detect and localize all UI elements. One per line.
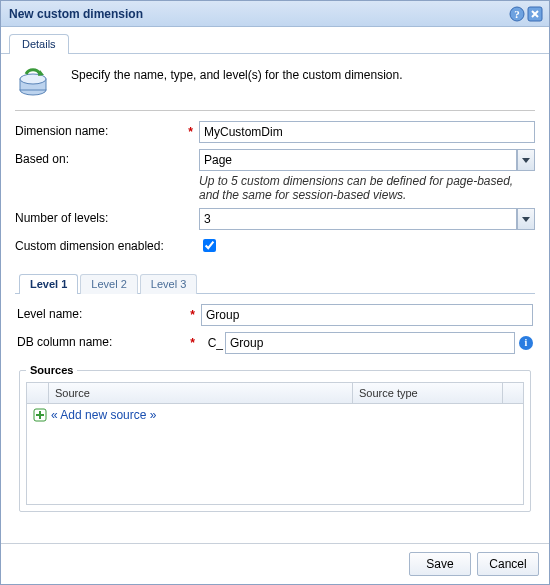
tab-level-3[interactable]: Level 3 (140, 274, 197, 294)
enabled-checkbox[interactable] (203, 239, 216, 252)
svg-marker-7 (522, 158, 530, 163)
sources-legend: Sources (26, 364, 77, 376)
divider (15, 110, 535, 111)
cancel-button[interactable]: Cancel (477, 552, 539, 576)
dimension-name-input[interactable] (199, 121, 535, 143)
sources-fieldset: Sources Source Source type (19, 364, 531, 512)
main-tabstrip: Details (1, 27, 549, 54)
col-source: Source (49, 383, 353, 403)
num-levels-value[interactable] (199, 208, 517, 230)
required-star: * (188, 125, 193, 139)
intro-text: Specify the name, type, and level(s) for… (71, 64, 535, 100)
based-on-value[interactable] (199, 149, 517, 171)
tab-details[interactable]: Details (9, 34, 69, 54)
chevron-down-icon[interactable] (517, 208, 535, 230)
close-icon[interactable] (527, 6, 543, 22)
label-num-levels: Number of levels: (15, 208, 199, 225)
label-based-on: Based on: (15, 149, 199, 166)
col-actions (503, 383, 523, 403)
tab-level-1[interactable]: Level 1 (19, 274, 78, 294)
add-icon (33, 408, 47, 422)
chevron-down-icon[interactable] (517, 149, 535, 171)
label-level-name: Level name: * (17, 304, 201, 321)
info-icon[interactable]: i (519, 336, 533, 350)
db-column-input[interactable] (225, 332, 515, 354)
label-enabled: Custom dimension enabled: (15, 236, 199, 253)
level-panel: Level name: * DB column name: * C_ i (15, 294, 535, 516)
grid-body: « Add new source » (27, 404, 523, 504)
db-prefix: C_ (201, 336, 225, 350)
based-on-select[interactable] (199, 149, 535, 171)
save-button[interactable]: Save (409, 552, 471, 576)
dialog-title: New custom dimension (9, 7, 509, 21)
svg-point-5 (20, 74, 46, 84)
titlebar: New custom dimension ? (1, 1, 549, 27)
dialog-body: Specify the name, type, and level(s) for… (1, 54, 549, 543)
required-star: * (190, 308, 195, 322)
label-dimension-name: Dimension name: * (15, 121, 199, 138)
add-source-row[interactable]: « Add new source » (27, 404, 523, 426)
svg-text:?: ? (514, 8, 520, 20)
level-name-input[interactable] (201, 304, 533, 326)
sources-grid: Source Source type « Add (26, 382, 524, 505)
grid-header: Source Source type (27, 383, 523, 404)
svg-marker-8 (522, 217, 530, 222)
dimension-icon (15, 64, 51, 100)
dialog-footer: Save Cancel (1, 543, 549, 584)
tab-level-2[interactable]: Level 2 (80, 274, 137, 294)
col-expand (27, 383, 49, 403)
level-tabstrip: Level 1 Level 2 Level 3 (15, 273, 535, 294)
col-source-type: Source type (353, 383, 503, 403)
help-icon[interactable]: ? (509, 6, 525, 22)
required-star: * (190, 336, 195, 350)
num-levels-select[interactable] (199, 208, 535, 230)
dialog: New custom dimension ? Details (0, 0, 550, 585)
add-source-link[interactable]: « Add new source » (51, 408, 156, 422)
based-on-hint: Up to 5 custom dimensions can be defined… (199, 174, 535, 202)
label-db-column: DB column name: * (17, 332, 201, 349)
